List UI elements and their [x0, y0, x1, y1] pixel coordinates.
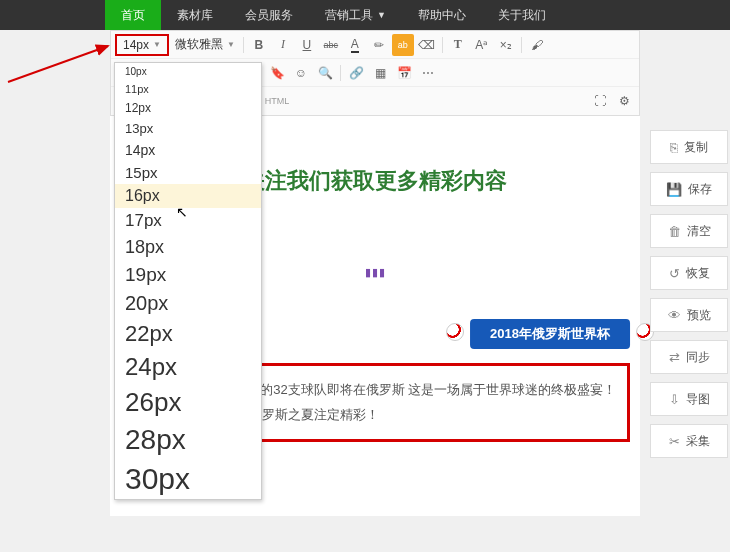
- restore-button[interactable]: ↺恢复: [650, 256, 728, 290]
- underline-button[interactable]: U: [296, 34, 318, 56]
- soccer-ball-icon: [446, 323, 464, 341]
- font-size-option[interactable]: 26px: [115, 384, 261, 421]
- clear-button[interactable]: 🗑清空: [650, 214, 728, 248]
- sync-button[interactable]: ⇄同步: [650, 340, 728, 374]
- font-size-selector[interactable]: 14px▼: [115, 34, 169, 56]
- font-size-option[interactable]: 12px: [115, 98, 261, 118]
- font-size-option[interactable]: 22px: [115, 318, 261, 350]
- trash-icon: 🗑: [668, 224, 681, 239]
- top-nav: 首页 素材库 会员服务 营销工具▼ 帮助中心 关于我们: [0, 0, 730, 30]
- sidebar: ⎘复制 💾保存 🗑清空 ↺恢复 👁预览 ⇄同步 ⇩导图 ✂采集: [650, 130, 728, 458]
- save-button[interactable]: 💾保存: [650, 172, 728, 206]
- superscript-button[interactable]: ×₂: [495, 34, 517, 56]
- highlight-button[interactable]: ab: [392, 34, 414, 56]
- table-button[interactable]: ▦: [369, 62, 391, 84]
- bg-color-button[interactable]: ✏: [368, 34, 390, 56]
- font-size-option[interactable]: 30px: [115, 459, 261, 499]
- font-family-selector[interactable]: 微软雅黑▼: [171, 36, 239, 53]
- html-button[interactable]: HTML: [266, 90, 288, 112]
- font-size-dropdown: 10px11px12px13px14px15px16px17px18px19px…: [114, 62, 262, 500]
- export-button[interactable]: ⇩导图: [650, 382, 728, 416]
- caret-down-icon: ▼: [227, 40, 235, 49]
- sync-icon: ⇄: [669, 350, 680, 365]
- fullscreen-button[interactable]: ⛶: [589, 90, 611, 112]
- text-style-button[interactable]: T: [447, 34, 469, 56]
- copy-icon: ⎘: [670, 140, 678, 155]
- date-button[interactable]: 📅: [393, 62, 415, 84]
- nav-help[interactable]: 帮助中心: [402, 0, 482, 30]
- caret-down-icon: ▼: [153, 40, 161, 49]
- font-size-option[interactable]: 18px: [115, 234, 261, 261]
- settings-button[interactable]: ⚙: [613, 90, 635, 112]
- font-size-option[interactable]: 15px: [115, 161, 261, 184]
- search-button[interactable]: 🔍: [314, 62, 336, 84]
- bold-button[interactable]: B: [248, 34, 270, 56]
- nav-marketing[interactable]: 营销工具▼: [309, 0, 402, 30]
- nav-about[interactable]: 关于我们: [482, 0, 562, 30]
- save-icon: 💾: [666, 182, 682, 197]
- font-size-option[interactable]: 10px: [115, 63, 261, 80]
- nav-library[interactable]: 素材库: [161, 0, 229, 30]
- font-size-option[interactable]: 16px: [115, 184, 261, 208]
- caret-down-icon: ▼: [377, 10, 386, 20]
- more-button[interactable]: ⋯: [417, 62, 439, 84]
- strike-button[interactable]: abc: [320, 34, 342, 56]
- format-brush-button[interactable]: 🖌: [526, 34, 548, 56]
- banner-title: 2018年俄罗斯世界杯: [470, 319, 630, 349]
- font-size-option[interactable]: 20px: [115, 289, 261, 318]
- link-button[interactable]: 🔗: [345, 62, 367, 84]
- font-size-option[interactable]: 19px: [115, 261, 261, 289]
- font-size-option[interactable]: 13px: [115, 118, 261, 139]
- eye-icon: 👁: [668, 308, 681, 323]
- nav-home[interactable]: 首页: [105, 0, 161, 30]
- collect-icon: ✂: [669, 434, 680, 449]
- font-size-option[interactable]: 14px: [115, 139, 261, 161]
- italic-button[interactable]: I: [272, 34, 294, 56]
- font-size-option[interactable]: 24px: [115, 350, 261, 384]
- preview-button[interactable]: 👁预览: [650, 298, 728, 332]
- font-color-button[interactable]: A: [344, 34, 366, 56]
- font-case-button[interactable]: Aᵃ: [471, 34, 493, 56]
- font-size-option[interactable]: 17px: [115, 208, 261, 234]
- bookmark-button[interactable]: 🔖: [266, 62, 288, 84]
- font-size-option[interactable]: 28px: [115, 421, 261, 459]
- emoji-button[interactable]: ☺: [290, 62, 312, 84]
- font-size-option[interactable]: 11px: [115, 80, 261, 98]
- clear-format-button[interactable]: ⌫: [416, 34, 438, 56]
- copy-button[interactable]: ⎘复制: [650, 130, 728, 164]
- nav-member[interactable]: 会员服务: [229, 0, 309, 30]
- export-icon: ⇩: [669, 392, 680, 407]
- collect-button[interactable]: ✂采集: [650, 424, 728, 458]
- restore-icon: ↺: [669, 266, 680, 281]
- svg-line-0: [8, 46, 108, 82]
